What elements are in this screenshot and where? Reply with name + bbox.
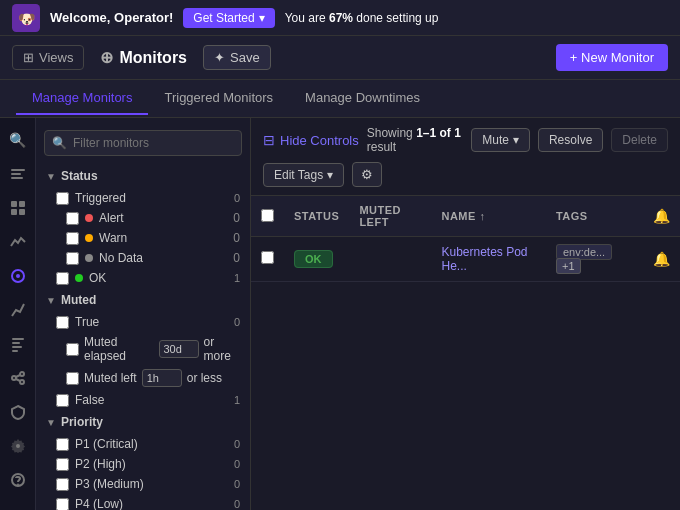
p3-count: 0 xyxy=(234,478,240,490)
svg-rect-8 xyxy=(19,209,25,215)
nav-events-icon[interactable] xyxy=(4,160,32,188)
p4-count: 0 xyxy=(234,498,240,510)
svg-point-15 xyxy=(12,376,16,380)
p1-filter[interactable]: P1 (Critical) 0 xyxy=(36,434,250,454)
svg-rect-3 xyxy=(11,173,21,175)
ok-badge: OK xyxy=(294,250,333,268)
p4-label: P4 (Low) xyxy=(75,497,123,510)
priority-section-header[interactable]: ▼ Priority xyxy=(36,410,250,434)
warn-filter[interactable]: Warn 0 xyxy=(36,228,250,248)
p1-checkbox[interactable] xyxy=(56,438,69,451)
tabs-bar: Manage Monitors Triggered Monitors Manag… xyxy=(0,80,680,118)
tab-triggered-monitors[interactable]: Triggered Monitors xyxy=(148,82,289,115)
nodata-checkbox[interactable] xyxy=(66,252,79,265)
name-column-header[interactable]: NAME ↑ xyxy=(431,196,545,237)
bell-header-icon[interactable]: 🔔 xyxy=(653,208,671,224)
nav-apm-icon[interactable] xyxy=(4,296,32,324)
nav-logs-icon[interactable] xyxy=(4,330,32,358)
muted-false-count: 1 xyxy=(234,394,240,406)
triggered-filter[interactable]: Triggered 0 xyxy=(36,188,250,208)
hide-controls-button[interactable]: ⊟ Hide Controls xyxy=(263,132,359,148)
muted-elapsed-checkbox[interactable] xyxy=(66,343,79,356)
nav-security-icon[interactable] xyxy=(4,398,32,426)
mute-button[interactable]: Mute ▾ xyxy=(471,128,530,152)
row-muted-left xyxy=(349,237,431,282)
chevron-down-icon: ▼ xyxy=(46,417,56,428)
row-bell-icon[interactable]: 🔔 xyxy=(653,251,670,267)
p2-filter[interactable]: P2 (High) 0 xyxy=(36,454,250,474)
edit-tags-button[interactable]: Edit Tags ▾ xyxy=(263,163,344,187)
tag-plus-badge[interactable]: +1 xyxy=(556,258,581,274)
showing-text: Showing 1–1 of 1 result xyxy=(367,126,464,154)
p3-checkbox[interactable] xyxy=(56,478,69,491)
ok-dot xyxy=(75,274,83,282)
dd-logo: 🐶 xyxy=(12,4,40,32)
svg-rect-4 xyxy=(11,177,23,179)
hide-icon: ⊟ xyxy=(263,132,275,148)
p3-filter[interactable]: P3 (Medium) 0 xyxy=(36,474,250,494)
nav-support-icon[interactable] xyxy=(4,466,32,494)
warn-checkbox[interactable] xyxy=(66,232,79,245)
alert-filter[interactable]: Alert 0 xyxy=(36,208,250,228)
svg-line-19 xyxy=(16,379,20,381)
get-started-button[interactable]: Get Started ▾ xyxy=(183,8,274,28)
muted-elapsed-input[interactable] xyxy=(159,340,199,358)
svg-point-16 xyxy=(20,372,24,376)
save-button[interactable]: ✦ Save xyxy=(203,45,271,70)
p2-checkbox[interactable] xyxy=(56,458,69,471)
muted-false-filter[interactable]: False 1 xyxy=(36,390,250,410)
svg-text:🐶: 🐶 xyxy=(18,10,36,27)
table-row: OK Kubernetes Pod He... env:de... +1 🔔 xyxy=(251,237,680,282)
status-section-header[interactable]: ▼ Status xyxy=(36,164,250,188)
row-name[interactable]: Kubernetes Pod He... xyxy=(431,237,545,282)
tab-manage-monitors[interactable]: Manage Monitors xyxy=(16,82,148,115)
ok-filter[interactable]: OK 1 xyxy=(36,268,250,288)
muted-elapsed-label: Muted elapsed xyxy=(84,335,154,363)
svg-rect-12 xyxy=(12,342,20,344)
p4-checkbox[interactable] xyxy=(56,498,69,511)
muted-true-count: 0 xyxy=(234,316,240,328)
p2-label: P2 (High) xyxy=(75,457,126,471)
muted-true-checkbox[interactable] xyxy=(56,316,69,329)
row-checkbox[interactable] xyxy=(261,251,274,264)
alert-label: Alert xyxy=(99,211,124,225)
top-bar: 🐶 Welcome, Operator! Get Started ▾ You a… xyxy=(0,0,680,36)
views-button[interactable]: ⊞ Views xyxy=(12,45,84,70)
table-header-row: STATUS MUTED LEFT NAME ↑ TAGS 🔔 xyxy=(251,196,680,237)
search-input[interactable] xyxy=(44,130,242,156)
triggered-label: Triggered xyxy=(75,191,126,205)
ok-checkbox[interactable] xyxy=(56,272,69,285)
nav-integrations-icon[interactable] xyxy=(4,364,32,392)
row-tags: env:de... +1 xyxy=(546,237,643,282)
nav-search-icon[interactable]: 🔍 xyxy=(4,126,32,154)
settings-button[interactable]: ⚙ xyxy=(352,162,382,187)
nav-monitors-icon[interactable] xyxy=(4,262,32,290)
resolve-button[interactable]: Resolve xyxy=(538,128,603,152)
muted-section-header[interactable]: ▼ Muted xyxy=(36,288,250,312)
select-all-checkbox[interactable] xyxy=(261,209,274,222)
gear-icon: ⚙ xyxy=(361,167,373,182)
chevron-down-icon: ▾ xyxy=(513,133,519,147)
alert-checkbox[interactable] xyxy=(66,212,79,225)
nav-metrics-icon[interactable] xyxy=(4,228,32,256)
triggered-checkbox[interactable] xyxy=(56,192,69,205)
tab-manage-downtimes[interactable]: Manage Downtimes xyxy=(289,82,436,115)
row-status: OK xyxy=(284,237,349,282)
new-monitor-button[interactable]: + New Monitor xyxy=(556,44,668,71)
chevron-down-icon: ▾ xyxy=(327,168,333,182)
muted-left-column-header: MUTED LEFT xyxy=(349,196,431,237)
chevron-down-icon: ▾ xyxy=(259,11,265,25)
muted-false-checkbox[interactable] xyxy=(56,394,69,407)
monitors-title: ⊕ Monitors xyxy=(100,48,187,67)
muted-true-filter[interactable]: True 0 xyxy=(36,312,250,332)
monitor-icon: ⊕ xyxy=(100,48,113,67)
nodata-filter[interactable]: No Data 0 xyxy=(36,248,250,268)
muted-left-checkbox[interactable] xyxy=(66,372,79,385)
svg-rect-6 xyxy=(19,201,25,207)
p4-filter[interactable]: P4 (Low) 0 xyxy=(36,494,250,510)
muted-left-input[interactable] xyxy=(142,369,182,387)
delete-button[interactable]: Delete xyxy=(611,128,668,152)
tags-column-header: TAGS xyxy=(546,196,643,237)
nav-settings-icon[interactable] xyxy=(4,432,32,460)
nav-dashboard-icon[interactable] xyxy=(4,194,32,222)
